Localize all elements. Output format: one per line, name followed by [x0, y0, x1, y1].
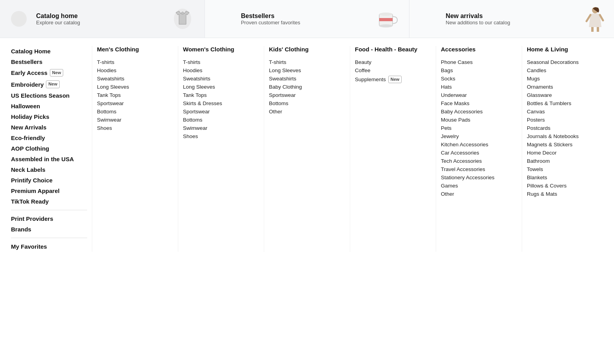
nav-item[interactable]: T-shirts — [183, 58, 259, 66]
nav-item[interactable]: Print Providers — [11, 213, 87, 224]
nav-item[interactable]: Swimwear — [183, 124, 259, 132]
nav-item[interactable]: Bags — [441, 66, 517, 75]
nav-item[interactable]: Home Decor — [527, 149, 603, 157]
nav-item-label: Brands — [11, 226, 31, 233]
nav-item[interactable]: Bestsellers — [11, 56, 87, 67]
banner-catalog-home[interactable]: 🏷️ Catalog home Explore our catalog — [0, 0, 205, 38]
nav-item[interactable]: Canvas — [527, 107, 603, 116]
nav-item[interactable]: Sweatshirts — [183, 75, 259, 83]
column-header-accessories: Accessories — [441, 46, 517, 53]
nav-item-label: Magnets & Stickers — [527, 142, 572, 147]
nav-item[interactable]: Shoes — [97, 124, 173, 132]
nav-item[interactable]: Catalog Home — [11, 46, 87, 56]
nav-item[interactable]: Eco-friendly — [11, 133, 87, 143]
nav-item[interactable]: AOP Clothing — [11, 143, 87, 154]
nav-item-label: Supplements — [355, 76, 386, 82]
nav-item[interactable]: Glassware — [527, 91, 603, 99]
nav-item[interactable]: Neck Labels — [11, 164, 87, 175]
nav-item[interactable]: New Arrivals — [11, 122, 87, 133]
nav-item[interactable]: EmbroideryNew — [11, 78, 87, 90]
nav-item[interactable]: Hoodies — [97, 66, 173, 75]
nav-item-label: Sportswear — [183, 109, 210, 115]
banner-bestsellers[interactable]: Bestsellers Proven customer favorites — [205, 0, 410, 38]
nav-item[interactable]: Mouse Pads — [441, 116, 517, 124]
nav-item[interactable]: Blankets — [527, 173, 603, 182]
nav-item[interactable]: Phone Cases — [441, 58, 517, 66]
nav-item[interactable]: Tank Tops — [183, 91, 259, 99]
nav-item[interactable]: Ornaments — [527, 83, 603, 91]
nav-item[interactable]: Hoodies — [183, 66, 259, 75]
nav-item[interactable]: T-shirts — [97, 58, 173, 66]
nav-item-label: Tank Tops — [183, 92, 207, 98]
nav-item[interactable]: Baby Clothing — [269, 83, 345, 91]
banner-new-arrivals[interactable]: New arrivals New additions to our catalo… — [409, 0, 614, 38]
nav-item[interactable]: Bottoms — [183, 116, 259, 124]
nav-item[interactable]: Posters — [527, 116, 603, 124]
nav-item[interactable]: Sportswear — [97, 99, 173, 107]
nav-item[interactable]: Sweatshirts — [97, 75, 173, 83]
nav-item[interactable]: Long Sleeves — [269, 66, 345, 75]
nav-item[interactable]: Brands — [11, 224, 87, 235]
nav-item[interactable]: Games — [441, 182, 517, 190]
nav-item[interactable]: Postcards — [527, 124, 603, 132]
nav-item[interactable]: Printify Choice — [11, 175, 87, 186]
nav-item[interactable]: Travel Accessories — [441, 165, 517, 173]
nav-item[interactable]: Bottoms — [97, 107, 173, 116]
nav-item-label: T-shirts — [97, 59, 114, 65]
nav-item-label: Long Sleeves — [183, 84, 215, 90]
nav-item[interactable]: Sportswear — [183, 107, 259, 116]
nav-item[interactable]: Candles — [527, 66, 603, 75]
nav-item[interactable]: Magnets & Stickers — [527, 140, 603, 149]
nav-item[interactable]: Tech Accessories — [441, 157, 517, 165]
nav-item[interactable]: Swimwear — [97, 116, 173, 124]
nav-item[interactable]: Seasonal Decorations — [527, 58, 603, 66]
nav-item[interactable]: Pets — [441, 124, 517, 132]
nav-item[interactable]: Socks — [441, 75, 517, 83]
nav-item[interactable]: Sweatshirts — [269, 75, 345, 83]
nav-item[interactable]: US Elections Season — [11, 90, 87, 101]
nav-item[interactable]: Underwear — [441, 91, 517, 99]
nav-item[interactable]: Sportswear — [269, 91, 345, 99]
nav-item[interactable]: Bottles & Tumblers — [527, 99, 603, 107]
nav-item[interactable]: Journals & Notebooks — [527, 132, 603, 140]
nav-item-label: Mugs — [527, 76, 540, 82]
nav-item[interactable]: Bathroom — [527, 157, 603, 165]
nav-item[interactable]: Long Sleeves — [97, 83, 173, 91]
nav-item[interactable]: Assembled in the USA — [11, 154, 87, 164]
nav-item[interactable]: Skirts & Dresses — [183, 99, 259, 107]
nav-item[interactable]: Hats — [441, 83, 517, 91]
nav-item[interactable]: Other — [269, 107, 345, 116]
nav-item[interactable]: Halloween — [11, 101, 87, 111]
nav-item-label: Car Accessories — [441, 150, 479, 156]
nav-item[interactable]: Bottoms — [269, 99, 345, 107]
nav-item[interactable]: Shoes — [183, 132, 259, 140]
nav-item[interactable]: Face Masks — [441, 99, 517, 107]
nav-item[interactable]: Rugs & Mats — [527, 190, 603, 198]
nav-item-label: Pillows & Covers — [527, 183, 566, 189]
nav-item[interactable]: SupplementsNew — [355, 75, 431, 84]
nav-item[interactable]: My Favorites — [11, 241, 87, 252]
nav-item[interactable]: Tank Tops — [97, 91, 173, 99]
nav-item[interactable]: Kitchen Accessories — [441, 140, 517, 149]
nav-item[interactable]: Premium Apparel — [11, 186, 87, 196]
nav-item[interactable]: Early AccessNew — [11, 67, 87, 78]
nav-item[interactable]: TikTok Ready — [11, 196, 87, 207]
nav-item[interactable]: Stationery Accessories — [441, 173, 517, 182]
nav-item[interactable]: Pillows & Covers — [527, 182, 603, 190]
nav-item[interactable]: Baby Accessories — [441, 107, 517, 116]
nav-item-label: Shoes — [183, 133, 198, 139]
nav-column-accessories: AccessoriesPhone CasesBagsSocksHatsUnder… — [436, 46, 522, 252]
nav-item[interactable]: Other — [441, 190, 517, 198]
nav-item[interactable]: Mugs — [527, 75, 603, 83]
nav-item[interactable]: Long Sleeves — [183, 83, 259, 91]
nav-item[interactable]: T-shirts — [269, 58, 345, 66]
catalog-home-img — [169, 5, 197, 32]
nav-item[interactable]: Towels — [527, 165, 603, 173]
nav-item[interactable]: Jewelry — [441, 132, 517, 140]
nav-item-label: Towels — [527, 166, 543, 172]
nav-item[interactable]: Beauty — [355, 58, 431, 66]
nav-item-label: Bottles & Tumblers — [527, 100, 571, 106]
nav-item[interactable]: Car Accessories — [441, 149, 517, 157]
nav-item[interactable]: Coffee — [355, 66, 431, 75]
nav-item[interactable]: Holiday Picks — [11, 111, 87, 122]
